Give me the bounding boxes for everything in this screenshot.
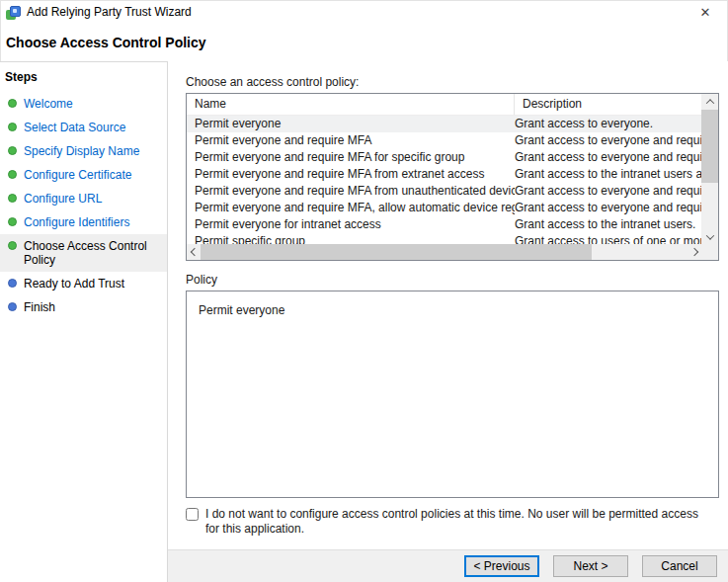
policy-name-cell: Permit everyone and require MFA, allow a…	[187, 200, 515, 216]
cancel-button[interactable]: Cancel	[642, 555, 717, 577]
policy-name-cell: Permit everyone and require MFA	[187, 132, 515, 149]
access-control-policy-list: Name Description Permit everyone Grant a…	[186, 93, 719, 261]
skip-policy-checkbox-row: I do not want to configure access contro…	[186, 507, 719, 537]
table-row[interactable]: Permit everyone for intranet access Gran…	[187, 216, 701, 233]
step-status-dot	[8, 194, 17, 203]
step-status-dot	[8, 123, 17, 131]
content-area: Steps Welcome Select Data Source Specify…	[0, 61, 728, 582]
policy-description-cell: Grant access to the intranet users an	[515, 166, 701, 183]
page-title: Choose Access Control Policy	[0, 24, 728, 50]
step-status-dot	[8, 241, 17, 250]
chevron-left-icon[interactable]	[187, 244, 202, 260]
table-row[interactable]: Permit everyone Grant access to everyone…	[187, 116, 701, 132]
chevron-down-icon[interactable]	[701, 229, 718, 244]
policy-name-cell: Permit everyone and require MFA from ext…	[187, 166, 515, 183]
vertical-scrollbar-thumb[interactable]	[701, 110, 718, 183]
table-row[interactable]: Permit everyone and require MFA for spec…	[187, 149, 701, 166]
sidebar-item-finish: Finish	[0, 295, 167, 319]
sidebar-item-welcome[interactable]: Welcome	[0, 92, 167, 116]
column-header-description[interactable]: Description	[515, 94, 701, 115]
policy-name-cell: Permit everyone for intranet access	[187, 216, 515, 233]
step-status-dot	[8, 146, 17, 155]
step-label: Welcome	[24, 97, 73, 111]
main-panel: Choose an access control policy: Name De…	[168, 61, 728, 582]
sidebar-item-configure-identifiers[interactable]: Configure Identifiers	[0, 210, 167, 234]
policy-name-cell: Permit everyone and require MFA for spec…	[187, 149, 515, 166]
table-row[interactable]: Permit everyone and require MFA from una…	[187, 183, 701, 200]
sidebar-item-configure-url[interactable]: Configure URL	[0, 187, 167, 210]
chevron-right-icon[interactable]	[687, 244, 701, 260]
step-status-dot	[8, 217, 17, 226]
step-label: Configure URL	[24, 192, 102, 206]
step-status-dot	[8, 170, 17, 179]
wizard-icon	[6, 5, 22, 21]
step-label: Select Data Source	[24, 121, 125, 134]
scrollbar-corner	[701, 244, 718, 260]
step-label: Ready to Add Trust	[24, 277, 124, 291]
policy-description-cell: Grant access to everyone and requir	[515, 183, 701, 200]
list-rows: Permit everyone Grant access to everyone…	[187, 116, 701, 244]
window-title: Add Relying Party Trust Wizard	[27, 5, 192, 19]
close-icon[interactable]: ✕	[692, 2, 718, 22]
policy-description-cell: Grant access to everyone and requir	[515, 200, 701, 216]
policy-preview-text: Permit everyone	[199, 303, 284, 317]
sidebar-item-select-data-source[interactable]: Select Data Source	[0, 116, 167, 139]
step-label: Configure Certificate	[24, 168, 131, 182]
step-label: Finish	[24, 300, 55, 314]
policy-name-cell: Permit everyone and require MFA from una…	[187, 183, 515, 200]
horizontal-scrollbar[interactable]	[187, 244, 701, 260]
sidebar-item-choose-access-control-policy: Choose Access Control Policy	[0, 234, 167, 272]
step-status-dot	[8, 279, 17, 288]
skip-policy-checkbox-label[interactable]: I do not want to configure access contro…	[205, 507, 714, 537]
policy-description-cell: Grant access to everyone and requir	[515, 132, 701, 149]
step-label: Specify Display Name	[24, 144, 139, 158]
policy-description-cell: Grant access to everyone and requir	[515, 149, 701, 166]
previous-button[interactable]: < Previous	[464, 555, 539, 577]
step-status-dot	[8, 302, 17, 311]
policy-description-cell: Grant access to the intranet users.	[515, 216, 701, 233]
policy-name-cell: Permit specific group	[187, 233, 515, 244]
column-header-name[interactable]: Name	[187, 94, 515, 115]
step-status-dot	[8, 99, 17, 108]
policy-description-cell: Grant access to everyone.	[515, 116, 701, 132]
policy-preview-box: Permit everyone	[186, 291, 719, 498]
step-label: Choose Access Control Policy	[24, 239, 163, 267]
policy-section-label: Policy	[186, 273, 719, 287]
next-button[interactable]: Next >	[553, 555, 628, 577]
horizontal-scrollbar-thumb[interactable]	[201, 244, 592, 260]
policy-description-cell: Grant access to users of one or more	[515, 233, 701, 244]
list-header-row: Name Description	[187, 94, 701, 116]
wizard-window: Add Relying Party Trust Wizard ✕ Choose …	[0, 0, 728, 582]
skip-policy-checkbox[interactable]	[186, 508, 199, 521]
vertical-scrollbar[interactable]	[701, 94, 718, 244]
chevron-up-icon[interactable]	[701, 94, 718, 109]
table-row[interactable]: Permit everyone and require MFA from ext…	[187, 166, 701, 183]
titlebar: Add Relying Party Trust Wizard ✕	[0, 0, 728, 24]
table-row[interactable]: Permit everyone and require MFA Grant ac…	[187, 132, 701, 149]
sidebar-item-ready-to-add-trust: Ready to Add Trust	[0, 272, 167, 295]
policy-list-label: Choose an access control policy:	[186, 75, 719, 89]
button-bar: < Previous Next > Cancel	[168, 549, 728, 582]
table-row[interactable]: Permit everyone and require MFA, allow a…	[187, 200, 701, 216]
table-row[interactable]: Permit specific group Grant access to us…	[187, 233, 701, 244]
sidebar-item-specify-display-name[interactable]: Specify Display Name	[0, 139, 167, 163]
policy-name-cell: Permit everyone	[187, 116, 515, 132]
steps-header: Steps	[0, 67, 167, 92]
step-label: Configure Identifiers	[24, 215, 129, 229]
sidebar-item-configure-certificate[interactable]: Configure Certificate	[0, 163, 167, 187]
steps-sidebar: Steps Welcome Select Data Source Specify…	[0, 61, 168, 582]
